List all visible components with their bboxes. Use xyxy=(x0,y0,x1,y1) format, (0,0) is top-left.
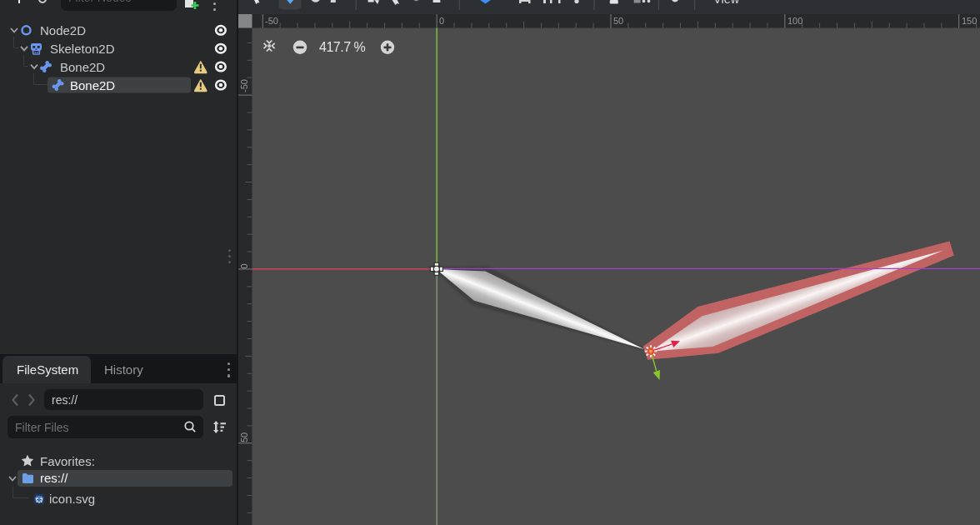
svg-text:-50: -50 xyxy=(265,16,278,26)
svg-text:100: 100 xyxy=(788,16,802,26)
svg-text:-50: -50 xyxy=(239,79,249,92)
svg-text:0: 0 xyxy=(239,263,249,268)
svg-text:150: 150 xyxy=(962,16,977,26)
svg-text:50: 50 xyxy=(239,432,249,442)
svg-text:50: 50 xyxy=(613,16,623,26)
svg-text:417.7 %: 417.7 % xyxy=(319,40,365,54)
svg-text:0: 0 xyxy=(439,16,444,26)
